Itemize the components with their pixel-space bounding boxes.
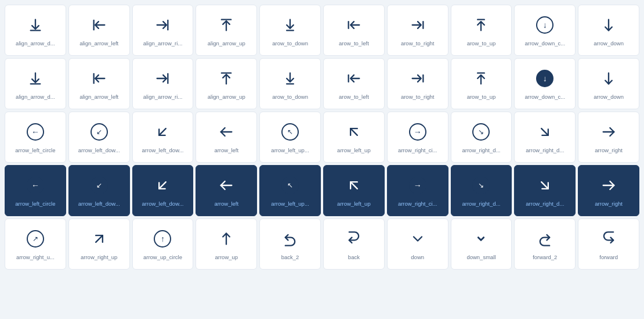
arrow-left-down-circle-icon-1: ↙ [89,121,110,142]
icon-arow-to-down-1[interactable]: arow_to_down [259,5,321,56]
icon-arow-to-right-1[interactable]: arow_to_right [387,5,448,56]
arow-to-left-icon-1 [343,15,364,35]
icon-label: arrow_left [214,147,238,153]
icon-arrow-down-2[interactable]: arrow_down [578,58,639,109]
icon-label: arrow_down [594,40,624,46]
icon-arrow-left-up-circle-1[interactable]: ↖ arrow_left_up... [259,112,321,163]
icon-arrow-left-1[interactable]: arrow_left [196,112,257,163]
icon-arrow-up[interactable]: arrow_up [196,218,257,270]
icon-label: arrow_right_ci... [398,147,437,153]
icon-arrow-up-circle[interactable]: ↑ arrow_up_circle [132,218,194,270]
icon-label: arrow_up_circle [143,254,182,260]
icon-label: arrow_right_u... [16,254,55,260]
icon-align-arrow-right-1[interactable]: align_arrow_ri... [132,5,194,56]
icon-arrow-right-up-circle[interactable]: ↗ arrow_right_u... [5,218,66,270]
icon-label: arow_to_down [272,94,308,100]
icon-arow-to-right-2[interactable]: arow_to_right [387,58,448,109]
icon-arrow-down-circle-1[interactable]: ↓ arrow_down_c... [514,5,576,56]
arrow-right-up-icon [89,228,110,249]
icon-label: arow_to_left [339,40,369,46]
icon-align-arrow-up-2[interactable]: align_arrow_up [196,58,257,109]
icon-arow-to-left-2[interactable]: arow_to_left [323,58,385,109]
icon-label: align_arrow_ri... [143,94,183,100]
icon-arrow-right-down-1[interactable]: arrow_right_d... [514,112,576,163]
icon-label: arrow_down_c... [524,94,565,100]
icon-align-arrow-down-1[interactable]: align_arrow_d... [5,5,66,56]
icon-align-arrow-up-1[interactable]: align_arrow_up [196,5,257,56]
down-small-icon [471,228,491,249]
arrow-left-circle-filled-icon: ← [25,175,46,196]
svg-line-39 [160,182,167,189]
icon-arrow-left-up-circle-2[interactable]: ↖ arrow_left_up... [259,165,321,216]
icon-arrow-left-up-2[interactable]: arrow_left_up [323,165,385,216]
icon-label: align_arrow_left [79,94,118,100]
icon-arrow-right-2[interactable]: arrow_right [578,165,639,216]
icon-arrow-right-down-2[interactable]: arrow_right_d... [514,165,576,216]
icon-arrow-right-circle-1[interactable]: → arrow_right_ci... [387,112,448,163]
forward-2-icon [534,228,555,249]
icon-down[interactable]: down [387,218,448,270]
icon-label: arrow_right [595,147,623,153]
icon-label: back [348,254,360,260]
icon-forward[interactable]: forward [578,218,639,270]
icon-label: arrow_left_up [337,200,371,207]
icon-forward-2[interactable]: forward_2 [514,218,576,270]
align-arrow-left-icon-2 [89,68,110,89]
icon-arrow-left-circle-1[interactable]: ← arrow_left_circle [5,112,66,163]
arrow-left-up-circle-icon-1: ↖ [280,121,301,142]
icon-arrow-left-down-2[interactable]: arrow_left_dow... [132,165,194,216]
arrow-up-icon [216,228,237,249]
arrow-right-circle-icon-1: → [407,121,428,142]
icon-align-arrow-right-2[interactable]: align_arrow_ri... [132,58,194,109]
icon-arow-to-left-1[interactable]: arow_to_left [323,5,385,56]
icon-label: arrow_left_up [337,147,371,153]
icon-arrow-left-circle-2[interactable]: ← arrow_left_circle [5,165,66,216]
icon-arrow-right-1[interactable]: arrow_right [578,112,639,163]
icon-arrow-left-down-circle-2[interactable]: ↙ arrow_left_dow... [68,165,130,216]
icon-align-arrow-left-2[interactable]: align_arrow_left [68,58,130,109]
icon-arrow-right-up[interactable]: arrow_right_up [68,218,130,270]
icon-label: forward_2 [533,254,557,260]
icon-back-2[interactable]: back_2 [259,218,321,270]
align-arrow-right-icon-1 [152,15,173,35]
icon-arrow-left-down-circle-1[interactable]: ↙ arrow_left_dow... [68,112,130,163]
svg-line-34 [160,128,167,135]
arow-to-left-icon-2 [343,68,364,89]
back-2-icon [280,228,301,249]
icon-arrow-down-circle-filled-1[interactable]: ↓ arrow_down_c... [514,58,576,109]
icon-label: arrow_right_up [81,254,117,260]
icon-arrow-right-down-circle-1[interactable]: ↘ arrow_right_d... [451,112,512,163]
icon-label: arrow_left [214,200,238,207]
align-arrow-right-icon-2 [152,68,173,89]
icon-label: arrow_left_circle [15,200,55,207]
arrow-down-icon-1 [598,15,619,35]
arrow-left-up-circle-filled-icon: ↖ [280,175,301,196]
arow-to-up-icon-2 [471,68,491,89]
arrow-right-icon-2 [598,175,619,196]
icon-down-small[interactable]: down_small [451,218,512,270]
arrow-left-icon-2 [216,175,237,196]
icon-arrow-left-2[interactable]: arrow_left [196,165,257,216]
svg-line-36 [350,128,357,135]
icon-arrow-down-1[interactable]: arrow_down [578,5,639,56]
icon-arow-to-up-2[interactable]: arow_to_up [451,58,512,109]
arrow-left-up-icon-2 [343,175,364,196]
icon-grid: align_arrow_d... align_arrow_left align_… [5,5,639,270]
icon-label: back_2 [281,254,299,260]
arow-to-down-icon-2 [280,68,301,89]
arrow-left-down-circle-filled-icon: ↙ [89,175,110,196]
icon-label: arrow_left_dow... [78,147,120,153]
icon-label: align_arrow_left [79,40,118,46]
icon-label: arow_to_up [467,94,496,100]
icon-align-arrow-left-1[interactable]: align_arrow_left [68,5,130,56]
arrow-right-circle-filled-icon: → [407,175,428,196]
icon-arrow-right-down-circle-2[interactable]: ↘ arrow_right_d... [451,165,512,216]
icon-label: arrow_right_ci... [398,200,437,207]
icon-arrow-left-up-1[interactable]: arrow_left_up [323,112,385,163]
icon-arrow-left-down-1[interactable]: arrow_left_dow... [132,112,194,163]
icon-align-arrow-down-2[interactable]: align_arrow_d... [5,58,66,109]
icon-arow-to-down-2[interactable]: arow_to_down [259,58,321,109]
icon-back[interactable]: back [323,218,385,270]
icon-arow-to-up-1[interactable]: arow_to_up [451,5,512,56]
icon-arrow-right-circle-2[interactable]: → arrow_right_ci... [387,165,448,216]
